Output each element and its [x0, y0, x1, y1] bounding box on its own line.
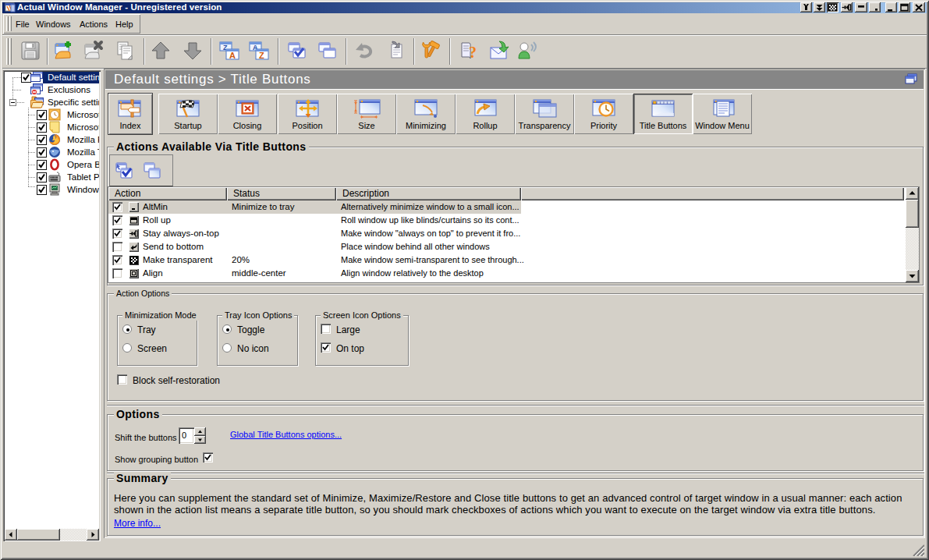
- svg-text:A: A: [229, 51, 236, 60]
- svg-text:?: ?: [469, 44, 477, 61]
- svg-text:Z: Z: [259, 51, 264, 60]
